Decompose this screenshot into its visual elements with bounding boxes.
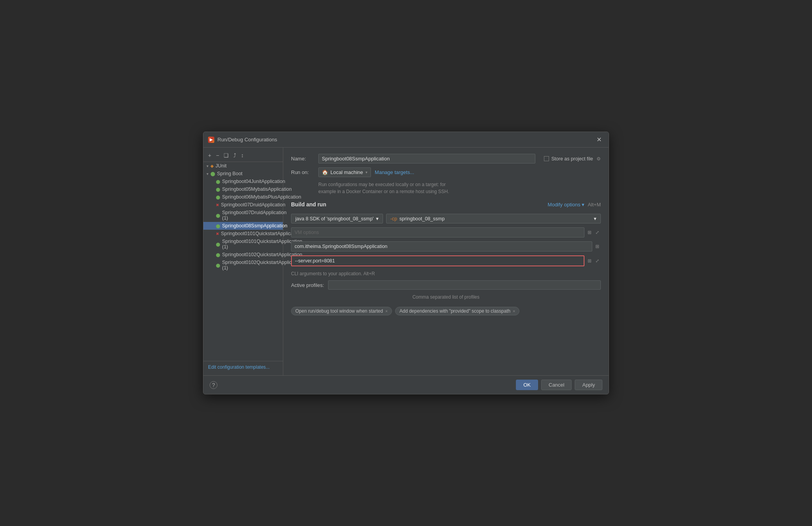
run-on-row: Run on: 🏠 Local machine ▾ Manage targets…	[291, 167, 601, 177]
classpath-dropdown[interactable]: -cp springboot_08_ssmp ▾	[386, 214, 601, 223]
active-profiles-label: Active profiles:	[291, 282, 324, 288]
edit-templates-link[interactable]: Edit configuration templates...	[203, 361, 283, 373]
vm-options-actions: ⊞ ⤢	[586, 229, 601, 236]
list-item[interactable]: ⬤ Springboot0102QuickstartApplication (1…	[203, 259, 283, 272]
spring-icon: ⬤	[216, 213, 220, 218]
sdk-chevron-icon: ▾	[376, 216, 379, 222]
local-machine-label: Local machine	[330, 169, 363, 175]
move-to-button[interactable]: ⤴	[232, 151, 238, 159]
sort-button[interactable]: ↕	[239, 151, 245, 159]
program-args-expand-btn[interactable]: ⊞	[586, 257, 593, 264]
list-item[interactable]: ✖ Springboot07DruidApplication	[203, 201, 283, 209]
build-run-title: Build and run	[291, 201, 326, 208]
active-profiles-input[interactable]	[328, 280, 601, 290]
remove-config-button[interactable]: −	[214, 151, 221, 159]
program-args-input[interactable]	[291, 255, 584, 266]
list-item[interactable]: ⬤ Springboot04JunitApplication	[203, 178, 283, 185]
help-button[interactable]: ?	[210, 381, 217, 389]
right-panel: Name: Store as project file ⚙ Run on: 🏠 …	[283, 148, 609, 375]
sdk-label: java 8 SDK of 'springboot_08_ssmp'	[295, 216, 374, 222]
tag-add-deps-close[interactable]: ×	[513, 309, 515, 313]
run-on-dropdown[interactable]: 🏠 Local machine ▾	[318, 167, 371, 177]
vm-options-fullscreen-btn[interactable]: ⤢	[594, 229, 601, 236]
spring-boot-group-icon: ⬤	[210, 171, 215, 176]
app-icon: ▶	[208, 137, 214, 143]
list-item[interactable]: ⬤ Springboot05MybatisApplication	[203, 185, 283, 193]
list-item[interactable]: ⬤ Springboot07DruidApplication (1)	[203, 209, 283, 222]
list-item[interactable]: ⬤ Springboot06MybatisPlusApplication	[203, 193, 283, 201]
item-label: Springboot04JunitApplication	[222, 179, 285, 184]
store-label: Store as project file	[551, 156, 593, 162]
spring-icon: ⬤	[216, 187, 220, 192]
spring-boot-chevron: ▾	[207, 172, 208, 176]
vm-options-expand-btn[interactable]: ⊞	[586, 229, 593, 236]
classpath-chevron-icon: ▾	[594, 216, 597, 222]
junit-group-label: JUnit	[215, 163, 226, 169]
spring-icon: ⬤	[216, 263, 220, 267]
tag-open-window-close[interactable]: ×	[385, 309, 388, 313]
tag-open-window: Open run/debug tool window when started …	[291, 307, 392, 315]
manage-targets-link[interactable]: Manage targets...	[375, 169, 414, 175]
spring-icon: ⬤	[216, 224, 220, 228]
apply-button[interactable]: Apply	[575, 380, 602, 390]
spring-icon: ⬤	[216, 253, 220, 257]
tags-row: Open run/debug tool window when started …	[291, 307, 601, 315]
dialog-body: + − ❏ ⤴ ↕ ▾ ◆ JUnit ▾ ⬤ Spring Boot ⬤	[203, 148, 609, 375]
home-icon: 🏠	[322, 169, 328, 175]
tag-add-deps-label: Add dependencies with "provided" scope t…	[399, 308, 510, 314]
hint-line1: Run configurations may be executed local…	[318, 182, 446, 187]
title-bar-left: ▶ Run/Debug Configurations	[208, 137, 277, 143]
hint-line2: example in a Docker Container or on a re…	[318, 189, 449, 194]
store-checkbox-row: Store as project file ⚙	[544, 156, 601, 162]
junit-group-icon: ◆	[210, 164, 214, 169]
ok-button[interactable]: OK	[516, 380, 538, 390]
vm-options-row: ⊞ ⤢	[291, 227, 601, 237]
copy-config-button[interactable]: ❏	[222, 151, 230, 159]
error-icon: ✖	[216, 203, 219, 207]
spring-icon: ⬤	[216, 179, 220, 184]
spring-icon: ⬤	[216, 195, 220, 199]
error-icon: ✖	[216, 232, 219, 236]
list-item[interactable]: ⬤ Springboot0101QuickstartApplication (1…	[203, 237, 283, 251]
sidebar-spacer	[203, 272, 283, 361]
classpath-value-label: springboot_08_ssmp	[399, 216, 445, 222]
vm-options-input[interactable]	[291, 227, 584, 237]
modify-options-chevron-icon: ▾	[582, 202, 584, 208]
name-label: Name:	[291, 156, 314, 162]
list-item[interactable]: ✖ Springboot0101QuickstartApplication	[203, 230, 283, 237]
run-on-label: Run on:	[291, 169, 314, 175]
item-label: Springboot07DruidApplication	[221, 202, 285, 208]
active-profiles-row: Active profiles:	[291, 280, 601, 290]
run-debug-dialog: ▶ Run/Debug Configurations ✕ + − ❏ ⤴ ↕ ▾…	[203, 132, 609, 394]
dropdown-chevron-icon: ▾	[365, 170, 367, 174]
group-spring-boot[interactable]: ▾ ⬤ Spring Boot	[203, 170, 283, 178]
gear-icon[interactable]: ⚙	[597, 156, 601, 162]
group-junit[interactable]: ▾ ◆ JUnit	[203, 162, 283, 170]
title-bar: ▶ Run/Debug Configurations ✕	[203, 132, 609, 148]
build-run-section-header: Build and run Modify options ▾ Alt+M	[291, 201, 601, 208]
program-args-actions: ⊞ ⤢	[586, 257, 601, 264]
tag-add-deps: Add dependencies with "provided" scope t…	[395, 307, 519, 315]
list-item-selected[interactable]: ⬤ Springboot08SsmpApplication	[203, 222, 283, 230]
dialog-title: Run/Debug Configurations	[217, 137, 277, 142]
main-class-input[interactable]	[291, 241, 592, 252]
modify-options-button[interactable]: Modify options ▾ Alt+M	[548, 202, 601, 208]
tag-open-window-label: Open run/debug tool window when started	[295, 308, 383, 314]
store-checkbox[interactable]	[544, 156, 549, 161]
main-class-action-btn[interactable]: ⊞	[594, 243, 601, 250]
modify-options-label: Modify options	[548, 202, 581, 208]
sdk-dropdown[interactable]: java 8 SDK of 'springboot_08_ssmp' ▾	[291, 214, 383, 223]
spring-icon: ⬤	[216, 242, 220, 246]
sdk-classpath-row: java 8 SDK of 'springboot_08_ssmp' ▾ -cp…	[291, 214, 601, 223]
name-input[interactable]	[318, 154, 535, 164]
cancel-button[interactable]: Cancel	[541, 380, 572, 390]
program-args-fullscreen-btn[interactable]: ⤢	[594, 257, 601, 264]
add-config-button[interactable]: +	[207, 151, 213, 159]
close-button[interactable]: ✕	[594, 135, 604, 144]
junit-chevron: ▾	[207, 164, 208, 168]
sidebar-toolbar: + − ❏ ⤴ ↕	[203, 150, 283, 162]
program-args-row: ⊞ ⤢	[291, 255, 601, 266]
footer-buttons: OK Cancel Apply	[516, 380, 602, 390]
item-label: Springboot05MybatisApplication	[222, 186, 292, 192]
list-item[interactable]: ⬤ Springboot0102QuickstartApplication	[203, 251, 283, 259]
